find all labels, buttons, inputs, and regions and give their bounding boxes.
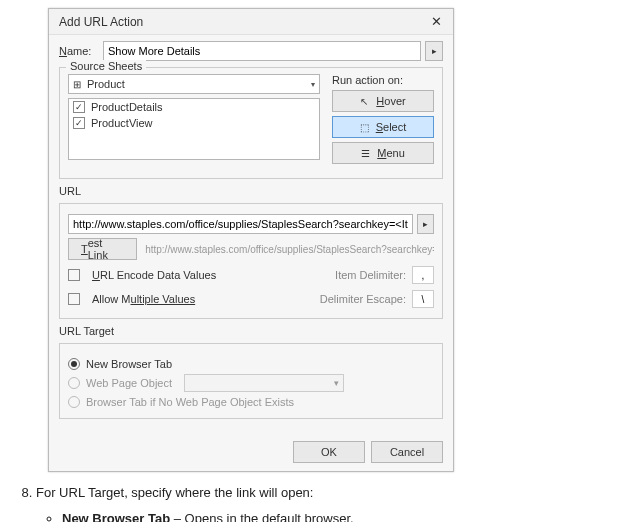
name-input[interactable]: [103, 41, 421, 61]
list-item[interactable]: ✓ ProductDetails: [69, 99, 319, 115]
dialog-title: Add URL Action: [59, 15, 425, 29]
sheet-dropdown[interactable]: ⊞ Product ▾: [68, 74, 320, 94]
allow-multiple-checkbox[interactable]: [68, 293, 80, 305]
menu-icon: ☰: [361, 148, 371, 159]
ok-button[interactable]: OK: [293, 441, 365, 463]
name-menu-button[interactable]: ▸: [425, 41, 443, 61]
dialog-footer: OK Cancel: [49, 433, 453, 471]
sheet-icon: ⊞: [73, 79, 81, 90]
radio-fallback-label: Browser Tab if No Web Page Object Exists: [86, 396, 294, 408]
checkbox-checked-icon[interactable]: ✓: [73, 101, 85, 113]
item-delimiter-label: Item Delimiter:: [335, 269, 406, 281]
cancel-button[interactable]: Cancel: [371, 441, 443, 463]
hover-button[interactable]: ↖ Hover: [332, 90, 434, 112]
list-item[interactable]: ✓ ProductView: [69, 115, 319, 131]
radio-fallback[interactable]: [68, 396, 80, 408]
radio-web-page-object[interactable]: [68, 377, 80, 389]
url-target-label: URL Target: [59, 325, 443, 337]
sheet-name: ProductView: [91, 117, 153, 129]
url-section-label: URL: [59, 185, 443, 197]
run-action-on-label: Run action on:: [332, 74, 434, 86]
source-sheets-label: Source Sheets: [66, 60, 146, 72]
radio-new-tab[interactable]: [68, 358, 80, 370]
select-button[interactable]: ⬚ Select: [332, 116, 434, 138]
checkbox-checked-icon[interactable]: ✓: [73, 117, 85, 129]
web-page-object-combo[interactable]: ▾: [184, 374, 344, 392]
sheet-list[interactable]: ✓ ProductDetails ✓ ProductView: [68, 98, 320, 160]
chevron-down-icon: ▾: [311, 80, 315, 89]
encode-label: URL Encode Data Values: [92, 269, 216, 281]
sheet-name: ProductDetails: [91, 101, 163, 113]
caret-right-icon: ▸: [423, 219, 428, 229]
caret-right-icon: ▸: [432, 46, 437, 56]
documentation-text: For URL Target, specify where the link w…: [0, 472, 631, 522]
select-icon: ⬚: [360, 122, 370, 133]
close-icon: ✕: [431, 14, 442, 29]
dialog-body: Name: ▸ Source Sheets ⊞ Product ▾ ✓ Prod…: [49, 35, 453, 433]
chevron-down-icon: ▾: [334, 378, 339, 388]
doc-bullet: New Browser Tab – Opens in the default b…: [62, 510, 619, 522]
url-target-fieldset: New Browser Tab Web Page Object ▾ Browse…: [59, 343, 443, 419]
encode-checkbox[interactable]: [68, 269, 80, 281]
sheet-dropdown-value: Product: [87, 78, 311, 90]
name-row: Name: ▸: [59, 41, 443, 61]
delimiter-escape-input[interactable]: [412, 290, 434, 308]
url-preview: http://www.staples.com/office/supplies/S…: [145, 244, 434, 255]
item-delimiter-input[interactable]: [412, 266, 434, 284]
delimiter-escape-label: Delimiter Escape:: [320, 293, 406, 305]
menu-button[interactable]: ☰ Menu: [332, 142, 434, 164]
radio-new-tab-label: New Browser Tab: [86, 358, 172, 370]
test-link-button[interactable]: Test Link: [68, 238, 137, 260]
radio-wpo-label: Web Page Object: [86, 377, 172, 389]
url-input[interactable]: [68, 214, 413, 234]
url-fieldset: ▸ Test Link http://www.staples.com/offic…: [59, 203, 443, 319]
allow-multiple-label: Allow Multiple Values: [92, 293, 195, 305]
add-url-action-dialog: Add URL Action ✕ Name: ▸ Source Sheets ⊞…: [48, 8, 454, 472]
cursor-icon: ↖: [360, 96, 370, 107]
titlebar: Add URL Action ✕: [49, 9, 453, 35]
doc-step: For URL Target, specify where the link w…: [36, 484, 619, 522]
url-menu-button[interactable]: ▸: [417, 214, 434, 234]
source-sheets-fieldset: Source Sheets ⊞ Product ▾ ✓ ProductDetai…: [59, 67, 443, 179]
name-label: Name:: [59, 45, 103, 57]
close-button[interactable]: ✕: [425, 13, 447, 31]
